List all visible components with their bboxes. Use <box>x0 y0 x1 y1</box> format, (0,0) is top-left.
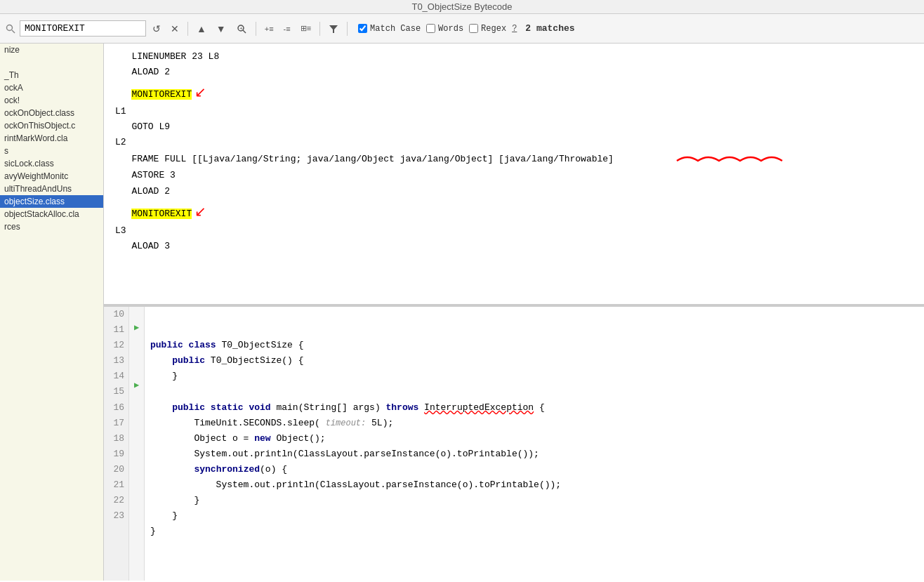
add-occurrence-button[interactable]: +≡ <box>261 23 277 34</box>
match-count: 2 matches <box>525 23 574 34</box>
match-case-checkbox[interactable] <box>358 24 367 33</box>
source-line-22: } <box>150 510 178 521</box>
separator-1 <box>187 22 188 36</box>
line-num-11: 11 <box>108 322 124 338</box>
search-icon <box>4 24 17 34</box>
sidebar-item-sicLock[interactable]: sicLock.class <box>0 157 103 170</box>
bytecode-line-l1: L1 <box>115 104 913 119</box>
title-bar: T0_ObjectSize Bytecode <box>0 0 924 14</box>
source-line-18: System.out.println(ClassLayout.parseInst… <box>150 449 539 459</box>
regex-option[interactable]: Regex <box>469 24 506 34</box>
split-container: LINENUMBER 23 L8 ALOAD 2 MONITOREXIT↙ L1… <box>104 44 924 581</box>
separator-4 <box>347 22 348 36</box>
help-icon[interactable]: ? <box>512 24 517 34</box>
line-num-15: 15 <box>108 384 124 399</box>
source-line-20: System.out.println(ClassLayout.parseInst… <box>150 480 561 490</box>
sidebar-item-objectSize[interactable]: objectSize.class <box>0 195 103 208</box>
gutter-icon-17 <box>129 407 144 421</box>
gutter-icon-16 <box>129 392 144 406</box>
sidebar-item-nize[interactable]: nize <box>0 44 103 56</box>
sidebar-item-ocka[interactable]: ockA <box>0 81 103 94</box>
gutter-icon-14 <box>129 364 144 378</box>
sidebar-item-rces[interactable]: rces <box>0 220 103 233</box>
close-button[interactable]: ✕ <box>167 22 183 36</box>
arrow-annotation-1: ↙ <box>194 84 206 100</box>
search-input[interactable] <box>20 20 146 37</box>
gutter: ▶ ▶ <box>129 307 145 581</box>
sidebar-item-ultiThread[interactable]: ultiThreadAndUns <box>0 183 103 195</box>
bytecode-line-2: ALOAD 2 <box>115 65 913 80</box>
source-line-12: public T0_ObjectSize() { <box>150 355 303 366</box>
sidebar-item-printMarkWord[interactable]: rintMarkWord.cla <box>0 132 103 145</box>
find-all-button[interactable]: + <box>232 22 251 36</box>
filter-button[interactable] <box>325 22 342 35</box>
gutter-icon-12 <box>129 336 144 350</box>
gutter-icon-20 <box>129 450 144 464</box>
sidebar-item-th[interactable]: _Th <box>0 69 103 81</box>
arrow-annotation-2: ↙ <box>194 204 206 219</box>
match-case-label: Match Case <box>370 24 421 34</box>
bytecode-line-l3: L3 <box>115 223 913 239</box>
sidebar-item-ockl[interactable]: ock! <box>0 94 103 107</box>
gutter-icon-22 <box>129 479 144 493</box>
line-num-12: 12 <box>108 338 124 353</box>
line-num-22: 22 <box>108 493 124 508</box>
line-num-13: 13 <box>108 353 124 369</box>
match-options: Match Case Words Regex ? <box>358 24 517 34</box>
line-num-19: 19 <box>108 447 124 462</box>
monitorexit-highlight-1: MONITOREXIT <box>131 89 192 100</box>
line-num-17: 17 <box>108 416 124 431</box>
gutter-icon-15[interactable]: ▶ <box>129 378 144 392</box>
sidebar-item-s[interactable]: s <box>0 145 103 157</box>
source-line-11: public class T0_ObjectSize { <box>150 340 303 350</box>
source-line-17: Object o = new Object(); <box>150 433 326 444</box>
remove-occurrence-button[interactable]: -≡ <box>280 23 294 34</box>
source-pane: 10 11 12 13 14 15 16 17 18 19 20 21 22 2… <box>104 307 924 581</box>
next-button[interactable]: ▼ <box>213 22 230 36</box>
prev-button[interactable]: ▲ <box>193 22 210 36</box>
svg-text:+: + <box>239 25 243 32</box>
line-num-14: 14 <box>108 369 124 384</box>
sidebar-item-empty1[interactable] <box>0 56 103 69</box>
words-option[interactable]: Words <box>426 24 463 34</box>
reset-button[interactable]: ↺ <box>149 22 164 36</box>
regex-checkbox[interactable] <box>469 24 478 33</box>
gutter-icon-18 <box>129 421 144 435</box>
line-num-21: 21 <box>108 477 124 493</box>
bytecode-pane: LINENUMBER 23 L8 ALOAD 2 MONITOREXIT↙ L1… <box>104 44 924 304</box>
bytecode-line-l2: L2 <box>115 135 913 150</box>
match-case-option[interactable]: Match Case <box>358 24 421 34</box>
bytecode-line-monitorexit2: MONITOREXIT↙ <box>115 199 913 223</box>
source-line-19: synchronized(o) { <box>150 464 287 475</box>
line-num-10: 10 <box>108 307 124 322</box>
source-line-23: } <box>150 526 156 536</box>
words-checkbox[interactable] <box>426 24 435 33</box>
line-num-16: 16 <box>108 400 124 416</box>
regex-label: Regex <box>481 24 506 34</box>
svg-point-0 <box>7 25 13 30</box>
select-all-button[interactable]: ⊞≡ <box>297 22 315 34</box>
gutter-icon-21 <box>129 464 144 478</box>
source-line-21: } <box>150 495 199 505</box>
words-label: Words <box>438 24 463 34</box>
gutter-icon-11[interactable]: ▶ <box>129 321 144 335</box>
source-line-13: } <box>150 371 178 381</box>
svg-marker-5 <box>329 25 338 33</box>
svg-line-3 <box>243 30 246 33</box>
sidebar-item-ockonobject[interactable]: ockOnObject.class <box>0 107 103 119</box>
bytecode-line-aload3: ALOAD 3 <box>115 239 913 254</box>
source-line-16: TimeUnit.SECONDS.sleep( timeout: 5L); <box>150 418 393 428</box>
sidebar-item-ockOnThisObject[interactable]: ockOnThisObject.c <box>0 119 103 132</box>
bytecode-line-aload2: ALOAD 2 <box>115 184 913 199</box>
sidebar-item-avyWeight[interactable]: avyWeightMonitc <box>0 170 103 183</box>
source-code: public class T0_ObjectSize { public T0_O… <box>145 307 924 581</box>
separator-2 <box>256 22 256 36</box>
sidebar-item-objectStackAlloc[interactable]: objectStackAlloc.cla <box>0 208 103 220</box>
sidebar: nize _Th ockA ock! ockOnObject.class ock… <box>0 44 104 581</box>
svg-line-1 <box>12 30 15 33</box>
bytecode-line-goto: GOTO L9 <box>115 119 913 135</box>
source-line-15: public static void main(String[] args) t… <box>150 402 545 413</box>
bytecode-line-astore: ASTORE 3 <box>115 168 913 183</box>
gutter-icon-19 <box>129 436 144 450</box>
line-num-23: 23 <box>108 508 124 524</box>
